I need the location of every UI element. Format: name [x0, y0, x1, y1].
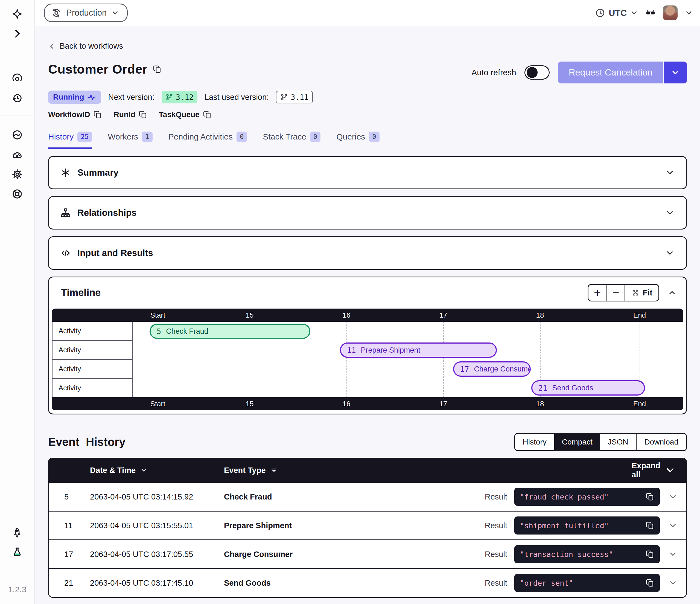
timeline-bar[interactable]: 21Send Goods [531, 380, 645, 395]
help-lifebuoy-icon[interactable] [11, 188, 24, 200]
usage-gauge-icon[interactable] [11, 148, 24, 161]
chevron-down-icon[interactable] [665, 168, 675, 177]
panel-title: Relationships [77, 208, 136, 218]
back-to-workflows-link[interactable]: Back to workflows [48, 42, 123, 51]
main: Production UTC Back to workflows [35, 0, 700, 604]
last-version-value: 3.11 [291, 93, 308, 101]
event-id: 5 [49, 492, 90, 502]
chevron-down-icon[interactable] [665, 248, 675, 258]
namespace-label: Production [66, 8, 107, 18]
event-type: Prepare Shipment [224, 521, 485, 530]
copy-icon[interactable] [139, 110, 147, 119]
auto-refresh-toggle[interactable] [524, 65, 550, 80]
request-cancelation-label[interactable]: Request Cancelation [558, 62, 664, 83]
copy-icon [646, 579, 654, 587]
tabs: History25 Workers1 Pending Activities0 S… [48, 131, 687, 149]
run-id-copy[interactable]: RunId [114, 110, 147, 119]
relationships-panel[interactable]: Relationships [48, 196, 687, 229]
view-history-button[interactable]: History [515, 434, 554, 450]
table-row[interactable]: 5 2063-04-05 UTC 03:14:15.92 Check Fraud… [49, 482, 686, 511]
tab-history[interactable]: History25 [48, 131, 92, 149]
sidebar-expand-icon[interactable] [11, 27, 24, 40]
expand-row-chevron-icon[interactable] [668, 521, 678, 530]
tab-workers[interactable]: Workers1 [108, 131, 153, 149]
event-history-view-switcher: History Compact JSON Download [514, 433, 687, 451]
whats-new-rocket-icon[interactable] [11, 526, 24, 539]
workflow-id-copy[interactable]: WorkflowID [48, 110, 102, 119]
task-queue-copy[interactable]: TaskQueue [159, 110, 211, 119]
fit-button[interactable]: Fit [625, 285, 658, 300]
sitemap-icon [60, 208, 71, 218]
request-cancelation-button[interactable]: Request Cancelation [558, 62, 687, 83]
tab-queries[interactable]: Queries0 [336, 131, 379, 149]
event-history-table-header: Date & Time Event Type Expand all [49, 458, 686, 482]
cancelation-menu-chevron-icon[interactable] [664, 62, 687, 83]
timeline-axis-top: Start 15 16 17 18 End [52, 309, 683, 322]
summary-panel[interactable]: Summary [48, 156, 687, 189]
zoom-in-button[interactable]: + [589, 285, 606, 300]
collapse-timeline-chevron-icon[interactable] [668, 288, 677, 297]
timeline-row-label: Activity [52, 322, 133, 341]
col-date-time[interactable]: Date & Time [90, 466, 224, 475]
result-pill[interactable]: "fraud check passed" [514, 488, 660, 506]
copy-icon[interactable] [203, 110, 211, 119]
app-version: 1.2.3 [8, 585, 27, 594]
schedules-icon[interactable] [11, 92, 24, 104]
filter-icon [270, 466, 278, 474]
copy-icon[interactable] [93, 110, 102, 119]
last-version-badge: 3.11 [276, 91, 313, 103]
namespace-icon[interactable] [11, 128, 24, 141]
account-menu-chevron-icon[interactable] [685, 9, 693, 17]
result-label: Result [485, 521, 514, 530]
expand-row-chevron-icon[interactable] [668, 550, 678, 559]
col-event-type[interactable]: Event Type [224, 466, 632, 475]
workflow-id-label: WorkflowID [48, 110, 90, 119]
tab-stack-trace[interactable]: Stack Trace0 [263, 131, 321, 149]
copy-icon[interactable] [153, 65, 161, 74]
sidebar: 1.2.3 [0, 0, 35, 604]
timeline-bar[interactable]: 17Charge Consumer [453, 361, 531, 377]
status-row: Running Next version: 3.12 Last used ver… [48, 91, 687, 104]
view-compact-button[interactable]: Compact [554, 434, 600, 450]
namespace-selector[interactable]: Production [44, 4, 128, 22]
expand-all-button[interactable]: Expand all [632, 461, 686, 479]
fit-arrows-icon [631, 289, 640, 297]
next-version-badge: 3.12 [161, 91, 197, 103]
input-results-panel[interactable]: Input and Results [48, 236, 687, 270]
tab-count-badge: 0 [369, 131, 379, 142]
chevron-down-icon[interactable] [665, 208, 675, 217]
axis-tick: 18 [536, 309, 544, 322]
result-pill[interactable]: "order sent" [514, 574, 660, 592]
tab-label: Workers [108, 132, 138, 141]
avatar[interactable] [663, 5, 678, 20]
timezone-selector[interactable]: UTC [595, 8, 638, 18]
settings-gear-icon[interactable] [11, 168, 24, 180]
view-json-button[interactable]: JSON [600, 434, 636, 450]
workflows-icon[interactable] [11, 72, 24, 85]
table-row[interactable]: 17 2063-04-05 UTC 03:17:05.55 Charge Con… [49, 539, 686, 568]
nav-sparkle-icon[interactable] [11, 8, 24, 20]
timeline-row-label: Activity [52, 359, 133, 379]
result-label: Result [485, 492, 514, 502]
expand-row-chevron-icon[interactable] [668, 578, 678, 587]
bar-event-id: 11 [347, 346, 356, 355]
tab-label: Stack Trace [263, 132, 306, 141]
event-id: 21 [49, 579, 90, 587]
tab-pending-activities[interactable]: Pending Activities0 [169, 131, 247, 149]
result-pill[interactable]: "shipment fulfilled" [514, 516, 660, 534]
table-row[interactable]: 11 2063-04-05 UTC 03:15:55.01 Prepare Sh… [49, 511, 686, 539]
event-datetime: 2063-04-05 UTC 03:15:55.01 [90, 521, 224, 530]
gridline [346, 322, 347, 397]
bar-label: Send Goods [552, 384, 593, 392]
table-row[interactable]: 21 2063-04-05 UTC 03:17:45.10 Send Goods… [49, 568, 686, 597]
expand-row-chevron-icon[interactable] [668, 492, 678, 502]
timeline-bar[interactable]: 11Prepare Shipment [340, 342, 497, 358]
copy-icon [646, 492, 654, 501]
data-converter-glasses-icon[interactable] [645, 8, 656, 18]
view-download-button[interactable]: Download [636, 434, 686, 450]
timeline-bar[interactable]: 5Check Fraud [150, 323, 310, 339]
result-pill[interactable]: "transaction success" [514, 545, 660, 563]
asterisk-icon [60, 167, 71, 178]
labs-flask-icon[interactable] [11, 546, 24, 559]
zoom-out-button[interactable]: − [606, 285, 625, 300]
